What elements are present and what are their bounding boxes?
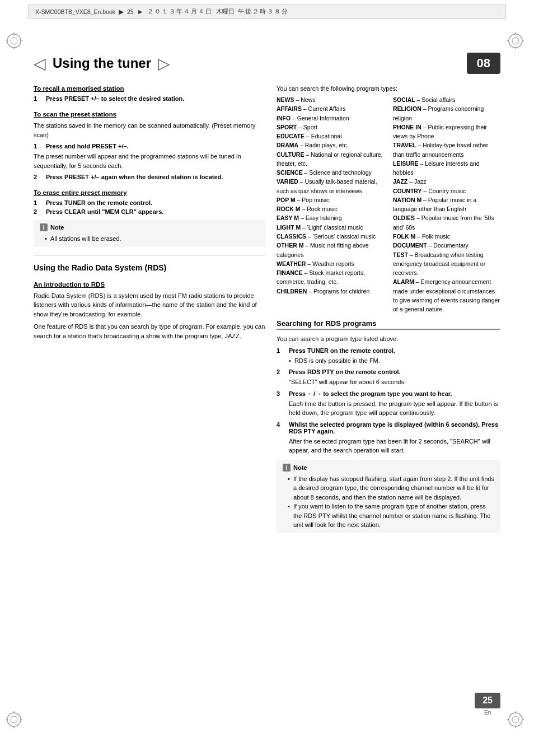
page-number-badge: 25 [475, 693, 500, 708]
scan-step1-text: Press and hold PRESET +/–. [46, 143, 265, 150]
searching-note-header: i Note [282, 463, 495, 472]
program-item: EDUCATE – Educational [277, 132, 384, 141]
searching-note-bullet-1: If the display has stopped flashing, sta… [288, 474, 495, 502]
file-day: 木曜日 [216, 8, 235, 16]
program-types-intro: You can search the following program typ… [277, 85, 500, 92]
program-item: TRAVEL – Holiday-type travel rather than… [393, 141, 500, 159]
erase-step1: 1 Press TUNER on the remote control. [34, 199, 265, 206]
program-item: LEISURE – Leisure interests and hobbies [393, 159, 500, 178]
searching-note-box: i Note If the display has stopped flashi… [277, 460, 500, 533]
searching-note-label: Note [293, 464, 307, 471]
title-bracket-left: ◁ [34, 54, 46, 73]
scan-step2-num: 2 [34, 174, 41, 180]
search-step-after-3: Each time the button is pressed, the pro… [289, 399, 500, 418]
search-steps: 1Press TUNER on the remote control.RDS i… [277, 347, 500, 455]
scan-heading: To scan the preset stations [34, 111, 265, 118]
erase-step2-num: 2 [34, 208, 41, 215]
search-step-row-4: 4Whilst the selected program type is dis… [277, 421, 500, 435]
program-item: CULTURE – National or regional culture, … [277, 150, 384, 169]
right-column: You can search the following program typ… [277, 85, 500, 538]
search-step-row-2: 2Press RDS PTY on the remote control. [277, 368, 500, 375]
corner-br-decoration [507, 711, 528, 732]
program-item: DRAMA – Radio plays, etc. [277, 141, 384, 150]
file-name: X-SMC00BTB_VXE8_En.book [35, 8, 115, 15]
program-item: OTHER M – Music not fitting above catego… [277, 241, 384, 259]
file-arrow-icon: ▶ [119, 8, 124, 16]
program-item: SPORT – Sport [277, 123, 384, 132]
page-number-area: 25 En [475, 693, 500, 716]
recall-step1-text: Press PRESET +/– to select the desired s… [46, 95, 265, 102]
search-step-after-4: After the selected program type has been… [289, 437, 500, 455]
searching-heading: Searching for RDS programs [277, 319, 500, 330]
erase-step2: 2 Press CLEAR until "MEM CLR" appears. [34, 208, 265, 215]
recall-step1: 1 Press PRESET +/– to select the desired… [34, 95, 265, 102]
page: X-SMC00BTB_VXE8_En.book ▶ 25 ► ２０１３年４月４日… [0, 4, 534, 756]
program-item: POP M – Pop music [277, 195, 384, 204]
title-bracket-right: ▷ [158, 54, 170, 73]
search-step-text-4: Whilst the selected program type is disp… [289, 421, 500, 435]
program-item: DOCUMENT – Documentary [393, 241, 500, 250]
program-item: JAZZ – Jazz [393, 177, 500, 186]
section-divider [34, 255, 265, 255]
search-step-text-3: Press ←/→ to select the program type you… [289, 390, 500, 397]
searching-intro: You can search a program type listed abo… [277, 334, 500, 344]
erase-note-header: i Note [39, 223, 260, 232]
rds-main-heading: Using the Radio Data System (RDS) [34, 263, 265, 272]
program-item: COUNTRY – Country music [393, 186, 500, 195]
search-step-bullet-1: RDS is only possible in the FM. [289, 356, 500, 366]
searching-note-icon: i [282, 463, 291, 472]
file-arrow2-icon: ► [137, 8, 144, 16]
erase-step1-num: 1 [34, 199, 41, 206]
program-item: PHONE IN – Public expressing their views… [393, 123, 500, 141]
search-step-num-2: 2 [277, 368, 284, 375]
program-item: RELIGION – Programs concerning religion [393, 104, 500, 123]
rds-intro-heading: An introduction to RDS [34, 281, 265, 288]
scan-intro: The stations saved in the memory can be … [34, 121, 265, 139]
program-item: NEWS – News [277, 95, 384, 104]
program-item: VARIED – Usually talk-based material, su… [277, 177, 384, 195]
program-item: CLASSICS – 'Serious' classical music [277, 232, 384, 241]
chapter-badge: 08 [467, 53, 500, 74]
page-header: ◁ Using the tuner ▷ 08 [34, 53, 500, 74]
erase-step2-text: Press CLEAR until "MEM CLR" appears. [46, 208, 265, 215]
corner-tl-decoration [6, 32, 27, 54]
program-item: TEST – Broadcasting when testing emergen… [393, 250, 500, 278]
recall-step1-num: 1 [34, 95, 41, 102]
search-step-after-2: "SELECT" will appear for about 6 seconds… [289, 377, 500, 387]
program-item: EASY M – Easy listening [277, 213, 384, 222]
recall-heading: To recall a memorised station [34, 85, 265, 92]
search-step-text-2: Press RDS PTY on the remote control. [289, 368, 500, 375]
search-step-3: 3Press ←/→ to select the program type yo… [277, 390, 500, 418]
program-col2: SOCIAL – Social affairsRELIGION – Progra… [393, 95, 500, 314]
erase-note-bullet1: All stations will be erased. [45, 234, 260, 244]
program-item: AFFAIRS – Current Affairs [277, 104, 384, 113]
file-date: ２０１３年４月４日 [147, 8, 213, 16]
program-item: FOLK M – Folk music [393, 232, 500, 241]
corner-bl-decoration [6, 711, 27, 732]
erase-note-box: i Note All stations will be erased. [34, 220, 265, 247]
scan-step1: 1 Press and hold PRESET +/–. [34, 143, 265, 150]
program-item: SCIENCE – Science and technology [277, 168, 384, 177]
program-item: ALARM – Emergency announcement made unde… [393, 277, 500, 314]
content-area: To recall a memorised station 1 Press PR… [34, 85, 500, 538]
program-columns: NEWS – NewsAFFAIRS – Current AffairsINFO… [277, 95, 500, 314]
search-step-1: 1Press TUNER on the remote control.RDS i… [277, 347, 500, 366]
erase-step1-text: Press TUNER on the remote control. [46, 199, 265, 206]
search-step-text-1: Press TUNER on the remote control. [289, 347, 500, 354]
page-lang: En [475, 710, 500, 716]
corner-tr-decoration [507, 32, 528, 54]
search-step-4: 4Whilst the selected program type is dis… [277, 421, 500, 455]
program-item: NATION M – Popular music in a language o… [393, 195, 500, 214]
page-title: Using the tuner [48, 55, 156, 71]
search-step-num-3: 3 [277, 390, 284, 397]
program-item: SOCIAL – Social affairs [393, 95, 500, 104]
program-item: OLDIES – Popular music from the '50s and… [393, 213, 500, 232]
title-bar: ◁ Using the tuner ▷ [34, 54, 456, 73]
searching-note-bullet-2: If you want to listen to the same progra… [288, 502, 495, 530]
program-item: ROCK M – Rock music [277, 204, 384, 213]
program-col1: NEWS – NewsAFFAIRS – Current AffairsINFO… [277, 95, 384, 314]
program-item: WEATHER – Weather reports [277, 259, 384, 268]
left-column: To recall a memorised station 1 Press PR… [34, 85, 265, 538]
scan-after-step1: The preset number will appear and the pr… [34, 152, 265, 170]
search-step-2: 2Press RDS PTY on the remote control."SE… [277, 368, 500, 387]
